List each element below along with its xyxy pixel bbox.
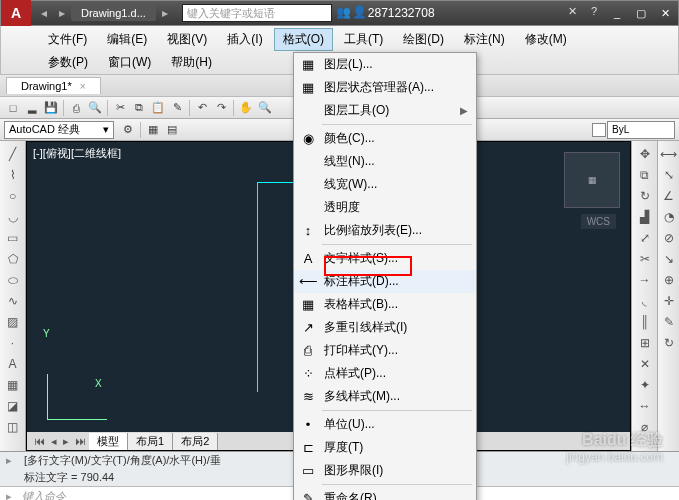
layout2-tab[interactable]: 布局2 xyxy=(173,433,218,450)
scale-icon[interactable]: ⤢ xyxy=(636,229,654,247)
dim-dia-icon[interactable]: ⊘ xyxy=(660,229,678,247)
workspace-select[interactable]: AutoCAD 经典▾ xyxy=(4,121,114,139)
hatch-icon[interactable]: ▨ xyxy=(4,313,22,331)
format-menu-item-12[interactable]: ▦表格样式(B)... xyxy=(294,293,476,316)
rotate-icon[interactable]: ↻ xyxy=(636,187,654,205)
format-menu-item-2[interactable]: 图层工具(O)▶ xyxy=(294,99,476,122)
menu-3[interactable]: 插入(I) xyxy=(218,28,271,51)
ellipse-icon[interactable]: ⬭ xyxy=(4,271,22,289)
menu-0[interactable]: 文件(F) xyxy=(39,28,96,51)
extend-icon[interactable]: → xyxy=(636,271,654,289)
menu2-0[interactable]: 参数(P) xyxy=(39,51,97,74)
erase-icon[interactable]: ✕ xyxy=(636,355,654,373)
poly-icon[interactable]: ⬠ xyxy=(4,250,22,268)
circle-icon[interactable]: ○ xyxy=(4,187,22,205)
print-icon[interactable]: ⎙ xyxy=(67,99,85,117)
tol-icon[interactable]: ⊕ xyxy=(660,271,678,289)
format-menu-item-8[interactable]: ↕比例缩放列表(E)... xyxy=(294,219,476,242)
close-button[interactable]: ✕ xyxy=(656,7,674,20)
block-icon[interactable]: ◫ xyxy=(4,418,22,436)
format-menu-item-22[interactable]: ✎重命名(R)... xyxy=(294,487,476,500)
format-menu-item-19[interactable]: ⊏厚度(T) xyxy=(294,436,476,459)
format-menu-item-13[interactable]: ↗多重引线样式(I) xyxy=(294,316,476,339)
region-icon[interactable]: ◪ xyxy=(4,397,22,415)
move-icon[interactable]: ✥ xyxy=(636,145,654,163)
format-menu-item-1[interactable]: ▦图层状态管理器(A)... xyxy=(294,76,476,99)
leader-icon[interactable]: ↘ xyxy=(660,250,678,268)
array-icon[interactable]: ⊞ xyxy=(636,334,654,352)
arc-icon[interactable]: ◡ xyxy=(4,208,22,226)
format-menu-item-7[interactable]: 透明度 xyxy=(294,196,476,219)
model-tab[interactable]: 模型 xyxy=(89,433,128,450)
tab-first-icon[interactable]: ⏮ xyxy=(31,435,48,447)
viewcube[interactable]: ▦ xyxy=(564,152,620,208)
layer-color-select[interactable]: ByL xyxy=(607,121,675,139)
open-icon[interactable]: ▂ xyxy=(23,99,41,117)
match-icon[interactable]: ✎ xyxy=(168,99,186,117)
help-icon[interactable]: ? xyxy=(586,5,602,21)
format-menu-item-15[interactable]: ⁘点样式(P)... xyxy=(294,362,476,385)
pline-icon[interactable]: ⌇ xyxy=(4,166,22,184)
wcs-label[interactable]: WCS xyxy=(581,214,616,229)
explode-icon[interactable]: ✦ xyxy=(636,376,654,394)
save-icon[interactable]: 💾 xyxy=(42,99,60,117)
redo-icon[interactable]: ↷ xyxy=(212,99,230,117)
format-menu-item-11[interactable]: ⟵标注样式(D)... xyxy=(294,270,476,293)
format-menu-item-6[interactable]: 线宽(W)... xyxy=(294,173,476,196)
exchange-icon[interactable]: ✕ xyxy=(564,5,580,21)
pan-icon[interactable]: ✋ xyxy=(237,99,255,117)
minimize-button[interactable]: _ xyxy=(608,7,626,19)
format-menu-item-5[interactable]: 线型(N)... xyxy=(294,150,476,173)
fillet-icon[interactable]: ◟ xyxy=(636,292,654,310)
menu2-2[interactable]: 帮助(H) xyxy=(162,51,221,74)
maximize-button[interactable]: ▢ xyxy=(632,7,650,20)
document-name[interactable]: Drawing1.d... xyxy=(71,5,156,21)
menu-6[interactable]: 绘图(D) xyxy=(394,28,453,51)
document-tab[interactable]: Drawing1* × xyxy=(6,77,101,94)
color-swatch[interactable] xyxy=(592,123,606,137)
spline-icon[interactable]: ∿ xyxy=(4,292,22,310)
close-tab-icon[interactable]: × xyxy=(80,81,86,92)
paste-icon[interactable]: 📋 xyxy=(149,99,167,117)
stretch-icon[interactable]: ↔ xyxy=(636,397,654,415)
menu2-1[interactable]: 窗口(W) xyxy=(99,51,160,74)
user-id[interactable]: 2871232708 xyxy=(368,6,435,20)
format-menu-item-20[interactable]: ▭图形界限(I) xyxy=(294,459,476,482)
break-icon[interactable]: ⌀ xyxy=(636,418,654,436)
dim-align-icon[interactable]: ⤡ xyxy=(660,166,678,184)
line-icon[interactable]: ╱ xyxy=(4,145,22,163)
format-menu-item-10[interactable]: A文字样式(S)... xyxy=(294,247,476,270)
menu-7[interactable]: 标注(N) xyxy=(455,28,514,51)
text-icon[interactable]: A xyxy=(4,355,22,373)
menu-2[interactable]: 视图(V) xyxy=(158,28,216,51)
format-menu-item-4[interactable]: ◉颜色(C)... xyxy=(294,127,476,150)
menu-4[interactable]: 格式(O) xyxy=(274,28,333,51)
preview-icon[interactable]: 🔍 xyxy=(86,99,104,117)
table-icon[interactable]: ▦ xyxy=(4,376,22,394)
zoom-icon[interactable]: 🔍 xyxy=(256,99,274,117)
dim-linear-icon[interactable]: ⟷ xyxy=(660,145,678,163)
point-icon[interactable]: · xyxy=(4,334,22,352)
trim-icon[interactable]: ✂ xyxy=(636,250,654,268)
new-icon[interactable]: □ xyxy=(4,99,22,117)
menu-8[interactable]: 修改(M) xyxy=(516,28,576,51)
cut-icon[interactable]: ✂ xyxy=(111,99,129,117)
doc-dropdown-icon[interactable]: ▸ xyxy=(156,6,174,20)
layout1-tab[interactable]: 布局1 xyxy=(128,433,173,450)
layer2-icon[interactable]: ▤ xyxy=(163,121,181,139)
search-input[interactable]: 键入关键字或短语 xyxy=(182,4,332,22)
dim-rad-icon[interactable]: ◔ xyxy=(660,208,678,226)
tab-prev-icon[interactable]: ◂ xyxy=(48,435,60,448)
offset-icon[interactable]: ║ xyxy=(636,313,654,331)
menu-1[interactable]: 编辑(E) xyxy=(98,28,156,51)
undo-icon[interactable]: ↶ xyxy=(193,99,211,117)
copy2-icon[interactable]: ⧉ xyxy=(636,166,654,184)
search-go-icon[interactable]: 👥 xyxy=(336,5,352,21)
center-icon[interactable]: ✛ xyxy=(660,292,678,310)
menu-5[interactable]: 工具(T) xyxy=(335,28,392,51)
dim-upd-icon[interactable]: ↻ xyxy=(660,334,678,352)
rect-icon[interactable]: ▭ xyxy=(4,229,22,247)
layer-icon[interactable]: ▦ xyxy=(144,121,162,139)
tab-last-icon[interactable]: ⏭ xyxy=(72,435,89,447)
format-menu-item-14[interactable]: ⎙打印样式(Y)... xyxy=(294,339,476,362)
